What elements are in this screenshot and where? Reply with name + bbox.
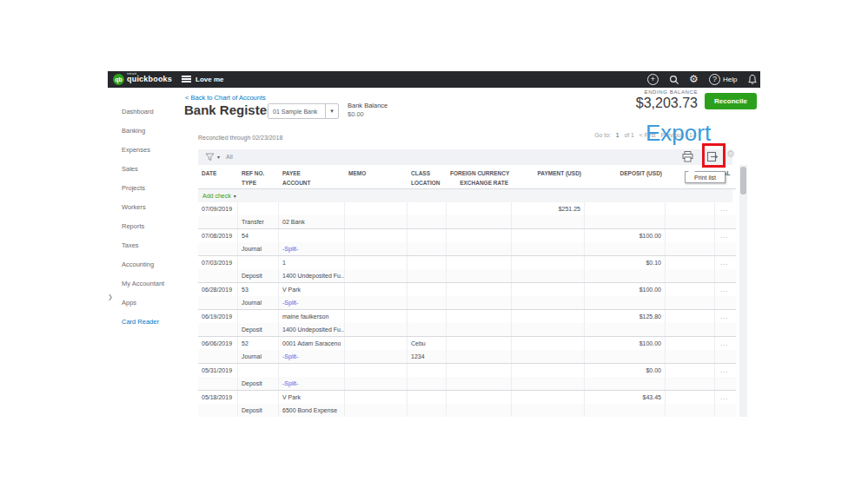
cell-memo[interactable] (345, 202, 407, 215)
table-row-line[interactable]: Transfer02 Bank (198, 215, 736, 228)
cell-location[interactable] (407, 215, 447, 228)
cell-memo[interactable] (345, 256, 407, 269)
cell-location[interactable] (407, 269, 447, 282)
row-overflow-menu[interactable]: ... (715, 364, 732, 377)
account-selector[interactable]: 01 Sample Bank ▾ (268, 103, 339, 119)
cell-foreign-currency[interactable] (447, 364, 512, 377)
cell-reconcile-status[interactable] (666, 283, 715, 296)
cell-account[interactable]: 02 Bank (279, 215, 345, 228)
table-row[interactable]: 07/08/201954$100.00...Journal-Split- (198, 229, 736, 256)
cell-date[interactable]: 06/06/2019 (198, 337, 238, 350)
cell-date[interactable]: 05/31/2019 (198, 364, 238, 377)
table-row-line[interactable]: 06/28/201953V Park$100.00... (198, 283, 736, 296)
add-check-dropdown[interactable]: Add check▾ (198, 189, 732, 202)
search-icon[interactable] (669, 75, 680, 86)
cell-memo[interactable] (345, 310, 407, 323)
table-row[interactable]: 05/18/2019V Park$43.45...Deposit6500 Bon… (198, 391, 736, 417)
table-row[interactable]: 06/28/201953V Park$100.00...Journal-Spli… (198, 283, 736, 310)
cell-memo[interactable] (345, 229, 407, 242)
help-label[interactable]: Help (723, 76, 737, 83)
table-row-line[interactable]: 06/06/2019520001 Adam SaracenoCebu$100.0… (198, 337, 736, 350)
table-row-line[interactable]: Deposit6500 Bond Expense (198, 404, 736, 417)
row-overflow-menu[interactable]: ... (715, 229, 732, 242)
cell-reconcile-status[interactable] (666, 364, 715, 377)
table-row[interactable]: 07/09/2019$251.25...Transfer02 Bank (198, 202, 736, 229)
cell-payment[interactable] (512, 310, 585, 323)
gear-icon[interactable]: ⚙ (688, 73, 699, 84)
sidebar-item-my-accountant[interactable]: My Accountant (108, 274, 181, 293)
cell-foreign-currency[interactable] (447, 391, 512, 404)
cell-account[interactable]: -Split- (279, 350, 345, 363)
cell-account[interactable]: 1400 Undeposited Fu... (279, 269, 345, 282)
cell-date[interactable]: 07/08/2019 (198, 229, 238, 242)
cell-date[interactable]: 07/09/2019 (198, 202, 238, 215)
table-row-line[interactable]: 07/08/201954$100.00... (198, 229, 736, 242)
sidebar-collapse-icon[interactable]: ❯ (108, 293, 113, 300)
print-icon[interactable] (681, 150, 695, 164)
split-link[interactable]: -Split- (282, 246, 298, 252)
cell-foreign-currency[interactable] (447, 283, 512, 296)
cell-payee[interactable] (279, 364, 345, 377)
cell-class[interactable] (407, 391, 447, 404)
cell-foreign-currency[interactable] (447, 337, 512, 350)
cell-type[interactable]: Journal (238, 296, 279, 309)
sidebar-item-banking[interactable]: Banking (108, 122, 181, 141)
cell-class[interactable] (407, 310, 447, 323)
cell-payment[interactable] (512, 229, 585, 242)
scrollbar-thumb[interactable] (740, 167, 746, 195)
sidebar-item-expenses[interactable]: Expenses (108, 141, 181, 160)
first-page-button[interactable]: < First (639, 132, 656, 138)
cell-ref-no[interactable]: 52 (238, 337, 279, 350)
table-row-line[interactable]: Deposit1400 Undeposited Fu... (198, 323, 736, 336)
table-row-line[interactable]: 06/19/2019maine faulkerson$125.80... (198, 310, 736, 323)
cell-class[interactable] (407, 283, 447, 296)
cell-deposit[interactable]: $100.00 (585, 229, 666, 242)
table-row[interactable]: 07/03/20191$0.10...Deposit1400 Undeposit… (198, 256, 736, 283)
company-name[interactable]: Love me (195, 76, 223, 83)
row-overflow-menu[interactable]: ... (715, 337, 732, 350)
cell-deposit[interactable] (585, 202, 666, 215)
cell-foreign-currency[interactable] (447, 229, 512, 242)
table-row-line[interactable]: Journal-Split- (198, 296, 736, 309)
cell-type[interactable]: Transfer (238, 215, 279, 228)
row-overflow-menu[interactable]: ... (715, 202, 732, 215)
cell-date[interactable]: 06/28/2019 (198, 283, 238, 296)
cell-account[interactable]: -Split- (279, 296, 345, 309)
cell-location[interactable] (407, 296, 447, 309)
cell-payment[interactable] (512, 256, 585, 269)
sidebar-item-dashboard[interactable]: Dashboard (108, 102, 181, 122)
cell-payee[interactable] (279, 202, 345, 215)
cell-foreign-currency[interactable] (447, 202, 512, 215)
table-row-line[interactable]: 05/18/2019V Park$43.45... (198, 391, 736, 404)
sidebar-item-card-reader[interactable]: Card Reader (108, 313, 181, 332)
cell-class[interactable] (407, 229, 447, 242)
cell-payee[interactable]: V Park (279, 391, 345, 404)
cell-payee[interactable]: 1 (279, 256, 345, 269)
cell-payee[interactable]: V Park (279, 283, 345, 296)
cell-ref-no[interactable]: 53 (238, 283, 279, 296)
row-overflow-menu[interactable]: ... (715, 391, 732, 404)
cell-account[interactable]: -Split- (279, 377, 345, 390)
table-settings-gear-icon[interactable]: ⚙ (726, 148, 740, 162)
filter-funnel-icon[interactable] (205, 153, 215, 162)
row-overflow-menu[interactable]: ... (715, 256, 732, 269)
cell-account[interactable]: -Split- (279, 242, 345, 255)
cell-deposit[interactable]: $100.00 (585, 337, 666, 350)
cell-payment[interactable] (512, 337, 585, 350)
cell-reconcile-status[interactable] (666, 310, 715, 323)
cell-location[interactable] (407, 323, 447, 336)
cell-location[interactable] (407, 242, 447, 255)
sidebar-item-accounting[interactable]: Accounting (108, 255, 181, 274)
cell-foreign-currency[interactable] (447, 256, 512, 269)
cell-reconcile-status[interactable] (666, 229, 715, 242)
table-row-line[interactable]: Journal-Split- (198, 242, 736, 255)
table-row-line[interactable]: 05/31/2019$0.00... (198, 364, 736, 377)
cell-reconcile-status[interactable] (666, 391, 715, 404)
vertical-scrollbar[interactable] (739, 165, 747, 417)
table-row-line[interactable]: 07/03/20191$0.10... (198, 256, 736, 269)
cell-account[interactable]: 1400 Undeposited Fu... (279, 323, 345, 336)
sidebar-item-sales[interactable]: Sales (108, 160, 181, 179)
table-row-line[interactable]: Deposit1400 Undeposited Fu... (198, 269, 736, 282)
cell-reconcile-status[interactable] (666, 337, 715, 350)
table-row-line[interactable]: Deposit-Split- (198, 377, 736, 390)
